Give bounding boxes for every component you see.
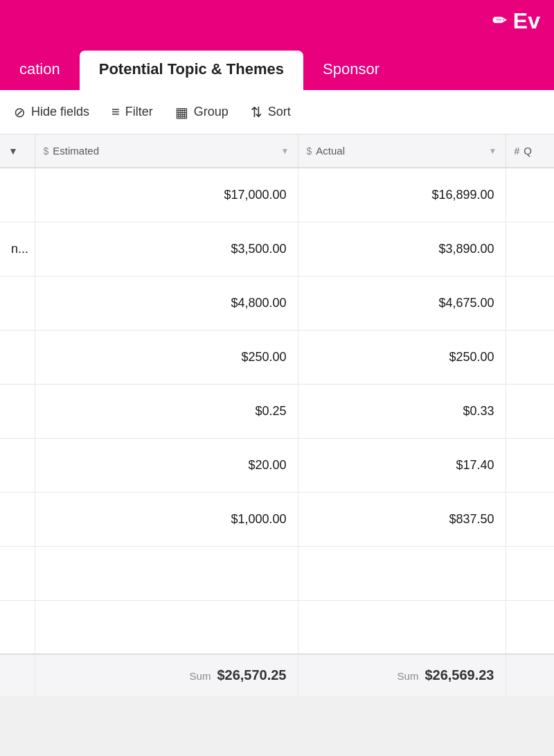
cell-actual-4: $0.33 xyxy=(298,384,506,438)
currency-icon-estimated: $ xyxy=(44,146,49,157)
cell-actual-0: $16,899.00 xyxy=(298,168,506,222)
cell-rownum-3 xyxy=(0,330,35,384)
cell-rownum-0 xyxy=(0,168,35,222)
sum-q-cell xyxy=(506,654,554,696)
filter-icon: ≡ xyxy=(111,104,120,120)
cell-estimated-8 xyxy=(35,600,298,654)
table-row: $1,000.00$837.50 xyxy=(0,492,554,546)
table-row xyxy=(0,600,554,654)
tab-location[interactable]: cation xyxy=(0,51,80,90)
cell-rownum-7 xyxy=(0,546,35,600)
table-header-row: ▼ $ Estimated ▼ $ Actual ▼ xyxy=(0,134,554,168)
header-bar: ✏ Ev xyxy=(0,0,554,42)
header-title-text: Ev xyxy=(513,8,540,34)
tab-sponsor[interactable]: Sponsor xyxy=(303,51,399,90)
cell-actual-2: $4,675.00 xyxy=(298,276,506,330)
th-estimated-label: Estimated xyxy=(53,145,99,157)
sum-estimated-value: $26,570.25 xyxy=(217,667,286,683)
cell-estimated-0: $17,000.00 xyxy=(35,168,298,222)
cell-actual-3: $250.00 xyxy=(298,330,506,384)
sum-empty-cell xyxy=(0,654,35,696)
sum-estimated-cell: Sum $26,570.25 xyxy=(35,654,298,696)
data-table: ▼ $ Estimated ▼ $ Actual ▼ xyxy=(0,134,554,696)
cell-rownum-8 xyxy=(0,600,35,654)
sort-label: Sort xyxy=(268,105,291,119)
cell-actual-7 xyxy=(298,546,506,600)
table-row: $4,800.00$4,675.00 xyxy=(0,276,554,330)
tab-topics[interactable]: Potential Topic & Themes xyxy=(80,51,303,90)
cell-estimated-1: $3,500.00 xyxy=(35,222,298,276)
group-label: Group xyxy=(194,105,229,119)
table-row: $20.00$17.40 xyxy=(0,438,554,492)
sort-arrow-estimated: ▼ xyxy=(281,146,289,156)
cell-rownum-4 xyxy=(0,384,35,438)
sum-estimated-label: Sum xyxy=(190,670,211,682)
filter-button[interactable]: ≡ Filter xyxy=(111,104,153,120)
th-q[interactable]: # Q xyxy=(506,134,554,168)
cell-estimated-7 xyxy=(35,546,298,600)
cell-estimated-3: $250.00 xyxy=(35,330,298,384)
th-estimated[interactable]: $ Estimated ▼ xyxy=(35,134,298,168)
hash-icon-q: # xyxy=(515,146,520,157)
group-button[interactable]: ▦ Group xyxy=(175,104,229,121)
sort-arrow-actual: ▼ xyxy=(489,146,497,156)
table-row xyxy=(0,546,554,600)
table-row: n...$3,500.00$3,890.00 xyxy=(0,222,554,276)
hide-fields-label: Hide fields xyxy=(31,105,89,119)
cell-rownum-5 xyxy=(0,438,35,492)
cell-q-8 xyxy=(506,600,554,654)
currency-icon-actual: $ xyxy=(307,146,312,157)
edit-icon[interactable]: ✏ xyxy=(492,11,506,30)
cell-actual-1: $3,890.00 xyxy=(298,222,506,276)
filter-label: Filter xyxy=(125,105,153,119)
table-row: $250.00$250.00 xyxy=(0,330,554,384)
cell-estimated-2: $4,800.00 xyxy=(35,276,298,330)
cell-q-2 xyxy=(506,276,554,330)
table-row: $17,000.00$16,899.00 xyxy=(0,168,554,222)
sum-actual-label: Sum xyxy=(397,670,419,682)
cell-q-5 xyxy=(506,438,554,492)
cell-rownum-6 xyxy=(0,492,35,546)
th-actual-label: Actual xyxy=(316,145,345,157)
hide-fields-button[interactable]: ⊘ Hide fields xyxy=(14,104,89,121)
cell-q-7 xyxy=(506,546,554,600)
sort-button[interactable]: ⇅ Sort xyxy=(251,104,291,121)
hide-fields-icon: ⊘ xyxy=(14,104,26,121)
cell-rownum-2 xyxy=(0,276,35,330)
sum-actual-cell: Sum $26,569.23 xyxy=(298,654,506,696)
toolbar: ⊘ Hide fields ≡ Filter ▦ Group ⇅ Sort xyxy=(0,90,554,134)
cell-rownum-1: n... xyxy=(0,222,35,276)
cell-estimated-5: $20.00 xyxy=(35,438,298,492)
cell-estimated-4: $0.25 xyxy=(35,384,298,438)
th-q-label: Q xyxy=(524,145,532,157)
sort-icon: ⇅ xyxy=(251,104,262,121)
table-container: ▼ $ Estimated ▼ $ Actual ▼ xyxy=(0,134,554,696)
sum-actual-value: $26,569.23 xyxy=(425,667,494,683)
header-title: ✏ Ev xyxy=(492,8,540,34)
cell-actual-5: $17.40 xyxy=(298,438,506,492)
th-actual[interactable]: $ Actual ▼ xyxy=(298,134,506,168)
cell-q-3 xyxy=(506,330,554,384)
cell-q-1 xyxy=(506,222,554,276)
cell-q-6 xyxy=(506,492,554,546)
group-icon: ▦ xyxy=(175,104,188,121)
cell-estimated-6: $1,000.00 xyxy=(35,492,298,546)
table-row: $0.25$0.33 xyxy=(0,384,554,438)
cell-q-4 xyxy=(506,384,554,438)
tab-bar: cation Potential Topic & Themes Sponsor xyxy=(0,42,554,90)
cell-q-0 xyxy=(506,168,554,222)
th-rownum[interactable]: ▼ xyxy=(0,134,35,168)
cell-actual-8 xyxy=(298,600,506,654)
sum-row: Sum $26,570.25 Sum $26,569.23 xyxy=(0,654,554,696)
cell-actual-6: $837.50 xyxy=(298,492,506,546)
row-dropdown-icon: ▼ xyxy=(8,146,18,157)
